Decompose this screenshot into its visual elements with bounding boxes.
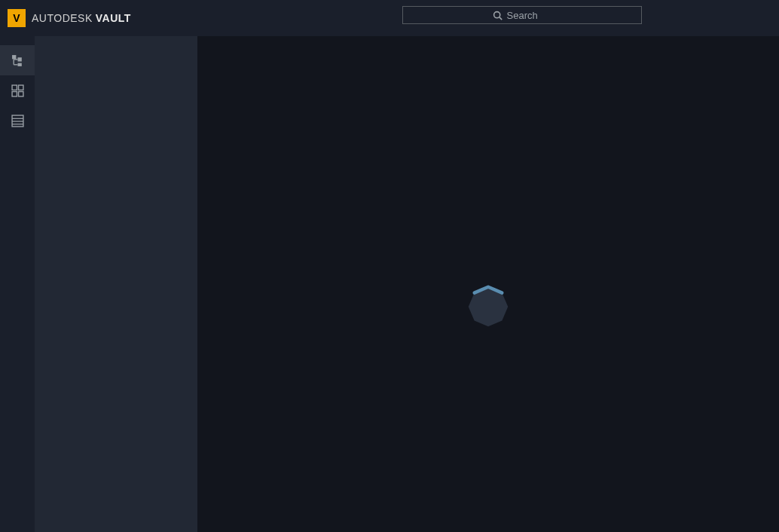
svg-rect-11	[18, 91, 23, 96]
search-input[interactable]	[507, 10, 552, 21]
sidebar-item-grid-view[interactable]	[0, 75, 35, 105]
sidebar-item-list-view[interactable]	[0, 105, 35, 136]
svg-point-0	[493, 11, 499, 17]
loading-spinner	[462, 280, 515, 333]
body-area	[0, 36, 779, 532]
brand-vault: VAULT	[96, 12, 131, 24]
sidebar-item-tree-view[interactable]	[0, 45, 35, 75]
sidebar-panel	[35, 36, 197, 532]
svg-rect-10	[12, 91, 17, 96]
sidebar-icon-rail	[0, 36, 35, 532]
svg-rect-4	[17, 63, 21, 66]
svg-rect-9	[18, 85, 23, 90]
svg-rect-3	[17, 57, 21, 61]
svg-line-1	[499, 17, 501, 19]
vault-logo-icon: V	[8, 9, 26, 27]
search-icon	[493, 11, 503, 20]
grid-view-icon	[11, 84, 24, 97]
search-container	[402, 6, 642, 24]
main-content	[197, 36, 779, 532]
app-header: V AUTODESK VAULT	[0, 0, 779, 36]
spinner-icon	[462, 280, 515, 333]
search-box[interactable]	[402, 6, 642, 24]
brand-text: AUTODESK VAULT	[32, 12, 131, 24]
svg-rect-8	[12, 85, 17, 90]
app-logo-block: V AUTODESK VAULT	[8, 9, 131, 27]
tree-view-icon	[11, 54, 24, 67]
vault-logo-letter: V	[13, 12, 20, 24]
svg-rect-2	[12, 55, 16, 59]
brand-autodesk: AUTODESK	[32, 12, 93, 24]
list-view-icon	[11, 115, 24, 127]
